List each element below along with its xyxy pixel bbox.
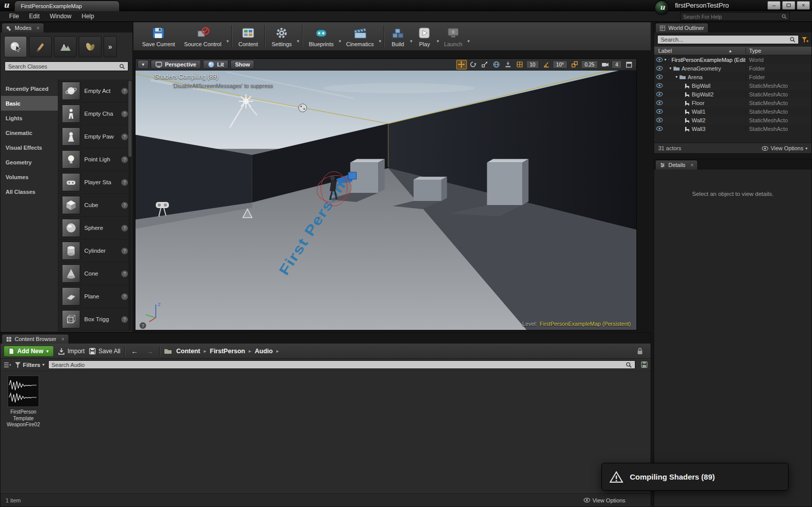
outliner-row-world[interactable]: ▾ FirstPersonExampleMap (Edit World	[654, 55, 811, 64]
details-tab-close-icon[interactable]: ×	[691, 162, 694, 168]
outliner-row-actor[interactable]: Floor StaticMeshActo	[654, 98, 811, 107]
outliner-filter-icon[interactable]	[801, 37, 808, 43]
cinematics-button[interactable]: Cinematics	[342, 23, 378, 49]
class-item-point-light[interactable]: Point Ligh ?	[58, 148, 132, 171]
class-search-box[interactable]	[5, 61, 128, 71]
outliner-row-actor[interactable]: BigWall2 StaticMeshActo	[654, 90, 811, 98]
minimize-button[interactable]: –	[767, 1, 781, 10]
cinematics-caret-icon[interactable]: ▾	[378, 39, 382, 44]
camera-speed-icon[interactable]	[600, 60, 611, 70]
class-search-input[interactable]	[8, 63, 117, 70]
outliner-view-options-button[interactable]: View Options ▾	[762, 145, 807, 151]
help-icon[interactable]: ?	[121, 179, 128, 186]
class-item-empty-pawn[interactable]: Empty Paw ?	[58, 125, 132, 148]
move-tool-icon[interactable]	[456, 60, 467, 70]
content-search-input[interactable]	[52, 362, 624, 368]
save-search-icon[interactable]	[641, 361, 648, 368]
class-item-plane[interactable]: Plane ?	[58, 285, 132, 308]
help-icon[interactable]: ?	[121, 225, 128, 231]
filters-button[interactable]: Filters ▾	[15, 362, 45, 368]
menu-edit[interactable]: Edit	[24, 12, 45, 21]
help-icon[interactable]: ?	[121, 248, 128, 254]
breadcrumb-sep-icon[interactable]: ▸	[276, 348, 279, 354]
source-control-caret-icon[interactable]: ▾	[226, 39, 229, 44]
show-button[interactable]: Show	[230, 60, 254, 69]
outliner-row-actor[interactable]: BigWall StaticMeshActo	[654, 81, 811, 90]
rotation-snap-icon[interactable]	[541, 60, 552, 70]
level-viewport[interactable]: First Person	[135, 58, 637, 330]
content-view-options-button[interactable]: View Options	[584, 497, 625, 503]
rotation-snap-value[interactable]: 10°	[553, 60, 567, 69]
rotate-tool-icon[interactable]	[468, 60, 479, 70]
help-search-input[interactable]	[683, 14, 780, 20]
lock-icon[interactable]	[636, 347, 644, 355]
help-search-box[interactable]	[680, 12, 790, 21]
build-button[interactable]: Build	[386, 23, 410, 49]
class-item-player-start[interactable]: Player Sta ?	[58, 171, 132, 194]
content-button[interactable]: Content	[234, 23, 263, 49]
help-icon[interactable]: ?	[121, 111, 128, 117]
class-item-cylinder[interactable]: Cylinder ?	[58, 240, 132, 262]
foliage-mode-button[interactable]	[79, 36, 101, 57]
visibility-eye-icon[interactable]	[654, 118, 664, 122]
breadcrumb-firstperson[interactable]: FirstPerson	[210, 348, 245, 355]
category-visual-effects[interactable]: Visual Effects	[1, 140, 58, 155]
maximize-viewport-icon[interactable]	[624, 60, 634, 70]
outliner-row-actor[interactable]: Wall2 StaticMeshActo	[654, 116, 811, 124]
perspective-button[interactable]: Perspective	[151, 60, 201, 69]
asset-firstperson-weaponfire[interactable]: FirstPerson Template WeaponFire02	[5, 376, 42, 428]
forward-button[interactable]: →	[144, 347, 155, 355]
visibility-eye-icon[interactable]	[654, 126, 664, 131]
launch-caret-icon[interactable]: ▾	[467, 39, 470, 44]
restore-button[interactable]	[782, 1, 795, 10]
breadcrumb-audio[interactable]: Audio	[255, 348, 273, 355]
class-item-sphere[interactable]: Sphere ?	[58, 217, 132, 240]
class-item-empty-actor[interactable]: Empty Act ?	[58, 80, 132, 103]
visibility-eye-icon[interactable]	[654, 83, 664, 88]
visibility-eye-icon[interactable]	[654, 100, 664, 105]
class-item-cone[interactable]: Cone ?	[58, 262, 132, 285]
help-icon[interactable]: ?	[121, 133, 128, 140]
save-current-button[interactable]: Save Current	[138, 23, 180, 49]
expander-icon[interactable]: ▾	[669, 66, 671, 71]
category-basic[interactable]: Basic	[1, 96, 58, 111]
level-document-tab[interactable]: FirstPersonExampleMap	[14, 1, 120, 11]
camera-speed-value[interactable]: 4	[612, 60, 622, 69]
menu-file[interactable]: File	[4, 12, 24, 21]
category-lights[interactable]: Lights	[1, 111, 58, 125]
category-volumes[interactable]: Volumes	[1, 170, 58, 184]
more-modes-button[interactable]: »	[104, 36, 117, 57]
close-button[interactable]: ×	[797, 1, 810, 10]
source-control-button[interactable]: Source Control	[180, 23, 226, 49]
add-new-button[interactable]: Add New ▾	[4, 346, 54, 357]
class-item-partial[interactable]	[58, 331, 132, 331]
details-tab[interactable]: Details ×	[655, 160, 698, 170]
import-button[interactable]: Import	[58, 348, 85, 355]
world-outliner-tab[interactable]: World Outliner	[655, 23, 708, 32]
help-icon[interactable]: ?	[121, 293, 128, 300]
content-search-box[interactable]	[48, 360, 635, 369]
breadcrumb-content[interactable]: Content	[176, 348, 200, 355]
world-coordinate-icon[interactable]	[491, 60, 502, 70]
outliner-row-folder[interactable]: ▾ ArenaGeometry Folder	[654, 64, 811, 73]
scale-tool-icon[interactable]	[480, 60, 490, 70]
surface-snap-icon[interactable]	[503, 60, 514, 70]
help-icon[interactable]: ?	[121, 271, 128, 277]
category-cinematic[interactable]: Cinematic	[1, 125, 58, 140]
modes-tab[interactable]: Modes ×	[2, 23, 44, 32]
class-item-empty-character[interactable]: Empty Cha ?	[58, 103, 132, 125]
visibility-eye-icon[interactable]	[654, 57, 664, 62]
grid-snap-icon[interactable]	[515, 60, 525, 70]
scale-snap-icon[interactable]	[569, 60, 580, 70]
blueprints-button[interactable]: Blueprints	[304, 23, 339, 49]
landscape-mode-button[interactable]	[54, 36, 77, 57]
class-item-cube[interactable]: Cube ?	[58, 194, 132, 217]
category-geometry[interactable]: Geometry	[1, 155, 58, 170]
viewport-scene[interactable]: First Person	[136, 59, 636, 330]
menu-window[interactable]: Window	[45, 12, 77, 21]
visibility-eye-icon[interactable]	[654, 92, 664, 96]
sources-panel-icon[interactable]	[4, 362, 11, 368]
outliner-row-actor[interactable]: Wall3 StaticMeshActo	[654, 124, 811, 133]
help-icon[interactable]: ?	[121, 156, 128, 163]
content-browser-tab[interactable]: Content Browser ×	[2, 334, 69, 344]
